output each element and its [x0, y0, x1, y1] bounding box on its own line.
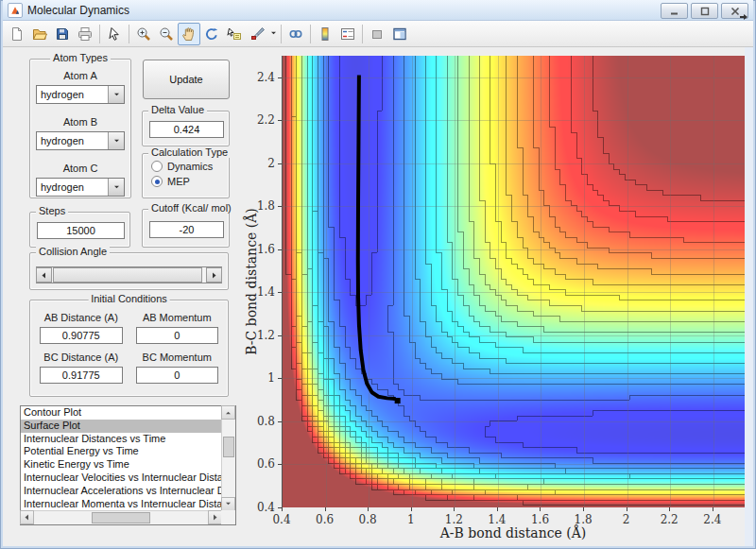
atom-a-dropdown[interactable]: hydrogen: [36, 85, 125, 104]
edit-plot-button[interactable]: [103, 23, 126, 45]
atom-types-title: Atom Types: [50, 52, 111, 63]
x-tick-mark: [540, 507, 541, 511]
plot-list-item[interactable]: Contour Plot: [21, 406, 221, 420]
ab-momentum-field[interactable]: [136, 327, 219, 344]
x-tick-label: 1.2: [445, 513, 463, 526]
atom-b-dropdown[interactable]: hydrogen: [36, 131, 125, 150]
pan-button[interactable]: [178, 23, 200, 45]
y-tick-label: 0.6: [252, 457, 275, 471]
collision-angle-slider[interactable]: [36, 266, 222, 283]
plot-list-item[interactable]: Internuclear Accelerations vs Internucle…: [21, 485, 221, 498]
plot-list-item[interactable]: Internuclear Velocities vs Internuclear …: [21, 472, 221, 485]
toolbar-separator: [99, 25, 100, 43]
rotate-3d-button[interactable]: [200, 23, 223, 45]
bc-distance-field[interactable]: [40, 367, 123, 384]
cutoff-group: Cutoff (Kcal/ mol): [142, 209, 230, 248]
new-figure-button[interactable]: [6, 23, 28, 45]
maximize-button[interactable]: [691, 3, 718, 19]
x-tick-label: 1.4: [488, 513, 506, 526]
plot-type-listbox[interactable]: Contour PlotSurface PlotInternuclear Dis…: [20, 405, 236, 525]
radio-mep[interactable]: MEP: [151, 176, 229, 187]
plot-list-item[interactable]: Potential Energy vs Time: [21, 445, 221, 458]
slider-left-arrow[interactable]: [36, 267, 52, 283]
steps-title: Steps: [36, 205, 68, 216]
insert-legend-button[interactable]: [336, 23, 359, 45]
matlab-app-icon: [8, 3, 23, 18]
atom-types-group: Atom Types Atom A hydrogen Atom B hydrog…: [29, 59, 131, 198]
brush-data-dropdown-arrow-icon[interactable]: [268, 23, 278, 45]
hide-plot-tools-button[interactable]: [366, 23, 388, 45]
steps-field[interactable]: [37, 222, 125, 239]
minimize-button[interactable]: [661, 3, 688, 19]
x-tick-label: 2.2: [661, 513, 679, 526]
scroll-right-icon[interactable]: [208, 510, 222, 524]
plot-list-item[interactable]: Internuclear Momenta vs Internuclear Dis…: [21, 498, 221, 510]
show-plot-tools-dock-button[interactable]: [388, 23, 411, 45]
figure-toolbar: [3, 21, 753, 47]
radio-dynamics-icon[interactable]: [151, 161, 163, 172]
horizontal-scroll-thumb[interactable]: [92, 512, 150, 523]
title-bar[interactable]: Molecular Dynamics: [3, 0, 753, 21]
delta-value-field[interactable]: [149, 121, 224, 138]
pes-plot-frame: [282, 56, 745, 507]
zoom-out-button[interactable]: [155, 23, 178, 45]
ab-distance-field[interactable]: [40, 327, 123, 344]
x-tick-mark: [627, 507, 627, 511]
toolbar-overflow-button[interactable]: [740, 8, 747, 25]
x-tick-label: 1.8: [575, 513, 593, 526]
y-tick-label: 0.8: [252, 415, 275, 428]
y-tick-mark: [278, 249, 282, 250]
atom-c-dropdown[interactable]: hydrogen: [36, 178, 125, 197]
y-tick-label: 2.2: [252, 113, 275, 127]
data-cursor-button[interactable]: [223, 23, 246, 45]
x-tick-mark: [713, 507, 713, 511]
listbox-horizontal-scrollbar[interactable]: [21, 510, 221, 524]
bc-momentum-field[interactable]: [136, 367, 219, 384]
delta-value-title: Delta Value: [148, 104, 207, 115]
y-tick-mark: [278, 120, 282, 121]
bc-distance-label: BC Distance (A): [40, 352, 123, 363]
pes-surface-plot[interactable]: [283, 56, 746, 507]
link-plot-button[interactable]: [284, 23, 307, 45]
slider-thumb[interactable]: [53, 267, 202, 283]
steps-group: Steps: [29, 212, 130, 248]
plot-list-item[interactable]: Surface Plot: [21, 420, 221, 433]
insert-colorbar-button[interactable]: [314, 23, 336, 45]
atom-a-dropdown-arrow-icon[interactable]: [108, 86, 124, 103]
brush-data-button[interactable]: [246, 23, 268, 45]
plot-list-item[interactable]: Kinetic Energy vs Time: [21, 458, 221, 472]
listbox-vertical-scrollbar[interactable]: [221, 406, 235, 510]
atom-b-dropdown-arrow-icon[interactable]: [108, 132, 124, 149]
atom-a-value: hydrogen: [41, 89, 84, 100]
update-button[interactable]: Update: [143, 60, 230, 99]
toolbar-separator: [362, 25, 363, 43]
x-tick-mark: [583, 507, 584, 511]
x-tick-label: 1.6: [531, 513, 549, 526]
vertical-scroll-thumb[interactable]: [223, 437, 234, 457]
calculation-type-group: Calculation Type Dynamics MEP: [142, 153, 230, 198]
radio-mep-icon[interactable]: [151, 176, 163, 187]
y-tick-label: 2: [252, 157, 275, 170]
zoom-in-button[interactable]: [132, 23, 155, 45]
y-tick-mark: [278, 421, 282, 422]
y-tick-mark: [278, 206, 282, 207]
print-figure-button[interactable]: [74, 23, 96, 45]
y-tick-mark: [278, 335, 282, 336]
x-tick-label: 0.6: [316, 513, 334, 526]
scroll-up-icon[interactable]: [221, 405, 235, 420]
plot-list-item[interactable]: Internuclear Distances vs Time: [21, 433, 221, 446]
collision-angle-title: Collision Angle: [36, 246, 110, 257]
atom-a-label: Atom A: [63, 70, 96, 81]
radio-dynamics[interactable]: Dynamics: [151, 161, 229, 172]
open-file-button[interactable]: [28, 23, 51, 45]
atom-c-dropdown-arrow-icon[interactable]: [108, 179, 124, 196]
x-axis-label: A-B bond distance (Å): [440, 525, 587, 540]
slider-right-arrow[interactable]: [206, 267, 222, 283]
cutoff-field[interactable]: [149, 221, 224, 238]
y-axis-label: B-C bond distance (Å): [244, 208, 259, 354]
save-figure-button[interactable]: [51, 23, 74, 45]
scroll-down-icon[interactable]: [221, 497, 235, 511]
x-tick-mark: [497, 507, 498, 511]
scroll-left-icon[interactable]: [20, 510, 34, 524]
x-tick-label: 0.4: [272, 513, 290, 526]
